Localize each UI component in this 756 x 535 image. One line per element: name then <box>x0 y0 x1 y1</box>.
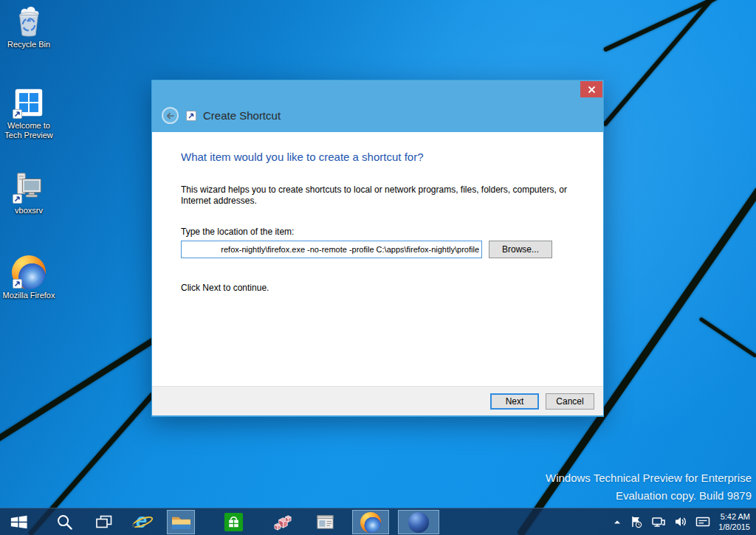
next-button[interactable]: Next <box>490 393 539 410</box>
shortcut-arrow-icon <box>13 194 22 204</box>
shortcut-arrow-icon <box>13 279 22 289</box>
desktop-icon-mozilla-firefox[interactable]: Mozilla Firefox <box>0 255 58 300</box>
dialog-description: This wizard helps you to create shortcut… <box>181 184 570 207</box>
windows-tile-icon <box>12 86 46 120</box>
network-icon[interactable] <box>651 515 666 528</box>
show-hidden-icons-chevron[interactable] <box>613 517 622 526</box>
next-hint-text: Click Next to continue. <box>181 283 269 293</box>
start-button[interactable] <box>6 508 31 535</box>
dialog-header: Create Shortcut <box>152 99 603 132</box>
close-icon <box>588 86 596 94</box>
watermark-line1: Windows Technical Preview for Enterprise <box>546 469 752 487</box>
desktop: Recycle Bin Welcome to Tech Preview <box>0 0 756 535</box>
touch-keyboard-icon[interactable] <box>695 516 710 528</box>
task-view-icon <box>94 513 114 532</box>
taskbar: e <box>0 508 756 535</box>
app-window-icon <box>315 513 335 531</box>
tray-time: 5:42 AM <box>718 511 750 522</box>
search-icon <box>55 513 74 531</box>
app-window-button[interactable] <box>312 508 337 535</box>
firefox-taskbar-button[interactable] <box>352 510 389 534</box>
location-field-label: Type the location of the item: <box>181 227 294 237</box>
tray-clock[interactable]: 5:42 AM 1/8/2015 <box>718 511 750 532</box>
internet-explorer-icon: e <box>131 511 154 534</box>
desktop-icon-label: Recycle Bin <box>0 40 58 49</box>
store-button[interactable] <box>221 508 246 535</box>
browse-button[interactable]: Browse... <box>489 241 552 258</box>
firefox-icon <box>12 255 46 289</box>
dialog-heading: What item would you like to create a sho… <box>181 151 423 163</box>
desktop-icon-label: vboxsrv <box>0 206 58 215</box>
location-input[interactable] <box>181 241 482 258</box>
store-icon <box>224 512 244 532</box>
nightly-taskbar-button[interactable] <box>398 510 439 534</box>
desktop-icon-label: Mozilla Firefox <box>0 291 58 300</box>
desktop-icon-welcome-tech-preview[interactable]: Welcome to Tech Preview <box>0 86 58 140</box>
dialog-titlebar[interactable] <box>152 80 603 99</box>
back-button[interactable] <box>162 107 179 124</box>
task-view-button[interactable] <box>92 508 117 535</box>
watermark-line2: Evaluation copy. Build 9879 <box>546 487 752 505</box>
search-button[interactable] <box>52 508 77 535</box>
shortcut-dialog-icon <box>186 111 196 121</box>
tray-date: 1/8/2015 <box>718 522 750 532</box>
create-shortcut-dialog: Create Shortcut What item would you like… <box>151 80 604 417</box>
file-explorer-button[interactable] <box>167 510 195 534</box>
dialog-footer: Next Cancel <box>152 386 603 415</box>
recycle-bin-icon <box>12 4 46 38</box>
windows-logo-icon <box>9 512 29 532</box>
desktop-icon-label: Welcome to Tech Preview <box>0 121 58 140</box>
internet-explorer-button[interactable]: e <box>130 508 155 535</box>
desktop-icon-vboxsrv[interactable]: vboxsrv <box>0 170 58 215</box>
firefox-icon <box>360 512 381 533</box>
cancel-button[interactable]: Cancel <box>546 393 594 410</box>
registry-editor-button[interactable] <box>270 508 295 535</box>
dialog-body: What item would you like to create a sho… <box>152 132 603 386</box>
registry-cubes-icon <box>273 512 293 532</box>
evaluation-watermark: Windows Technical Preview for Enterprise… <box>546 469 752 505</box>
system-tray: 5:42 AM 1/8/2015 <box>613 508 756 535</box>
action-center-flag-icon[interactable] <box>630 515 643 528</box>
network-computer-icon <box>12 170 46 204</box>
nightly-globe-icon <box>408 512 429 533</box>
desktop-icon-recycle-bin[interactable]: Recycle Bin <box>0 4 58 49</box>
dialog-title: Create Shortcut <box>203 109 281 122</box>
close-button[interactable] <box>580 81 602 97</box>
back-arrow-icon <box>166 111 175 120</box>
shortcut-arrow-icon <box>13 109 22 119</box>
file-explorer-icon <box>171 513 192 531</box>
volume-icon[interactable] <box>674 515 687 528</box>
